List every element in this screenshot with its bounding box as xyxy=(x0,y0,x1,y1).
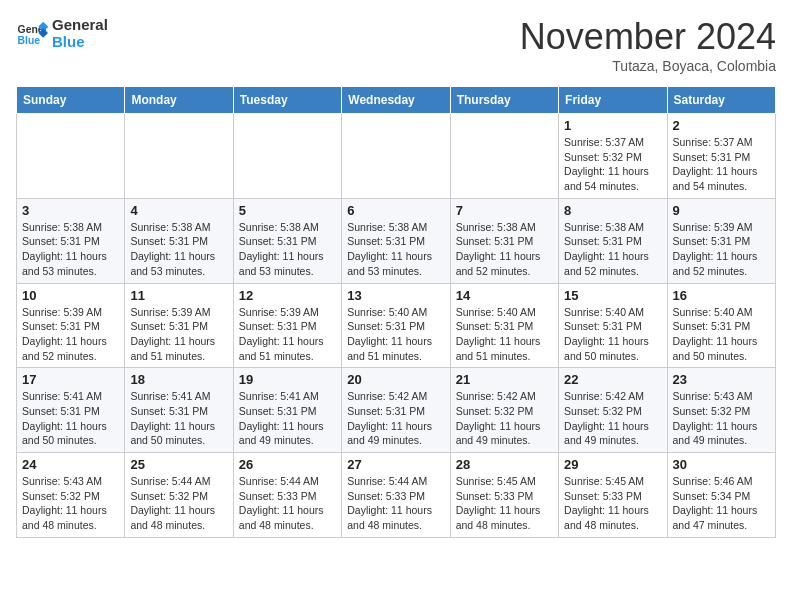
svg-text:Blue: Blue xyxy=(18,35,41,46)
day-info: Sunrise: 5:44 AMSunset: 5:33 PMDaylight:… xyxy=(347,474,444,533)
day-number: 7 xyxy=(456,203,553,218)
calendar-week-3: 10Sunrise: 5:39 AMSunset: 5:31 PMDayligh… xyxy=(17,283,776,368)
day-info: Sunrise: 5:42 AMSunset: 5:32 PMDaylight:… xyxy=(564,389,661,448)
day-info: Sunrise: 5:38 AMSunset: 5:31 PMDaylight:… xyxy=(456,220,553,279)
day-number: 4 xyxy=(130,203,227,218)
day-number: 2 xyxy=(673,118,770,133)
calendar-cell: 2Sunrise: 5:37 AMSunset: 5:31 PMDaylight… xyxy=(667,114,775,199)
calendar-cell: 30Sunrise: 5:46 AMSunset: 5:34 PMDayligh… xyxy=(667,453,775,538)
day-number: 19 xyxy=(239,372,336,387)
day-number: 26 xyxy=(239,457,336,472)
col-header-tuesday: Tuesday xyxy=(233,87,341,114)
col-header-sunday: Sunday xyxy=(17,87,125,114)
day-info: Sunrise: 5:40 AMSunset: 5:31 PMDaylight:… xyxy=(564,305,661,364)
calendar-cell: 17Sunrise: 5:41 AMSunset: 5:31 PMDayligh… xyxy=(17,368,125,453)
calendar-table: SundayMondayTuesdayWednesdayThursdayFrid… xyxy=(16,86,776,538)
calendar-cell xyxy=(17,114,125,199)
day-number: 27 xyxy=(347,457,444,472)
calendar-week-2: 3Sunrise: 5:38 AMSunset: 5:31 PMDaylight… xyxy=(17,198,776,283)
day-number: 28 xyxy=(456,457,553,472)
col-header-friday: Friday xyxy=(559,87,667,114)
calendar-cell: 16Sunrise: 5:40 AMSunset: 5:31 PMDayligh… xyxy=(667,283,775,368)
calendar-cell: 20Sunrise: 5:42 AMSunset: 5:31 PMDayligh… xyxy=(342,368,450,453)
calendar-cell: 19Sunrise: 5:41 AMSunset: 5:31 PMDayligh… xyxy=(233,368,341,453)
calendar-cell: 13Sunrise: 5:40 AMSunset: 5:31 PMDayligh… xyxy=(342,283,450,368)
calendar-cell: 12Sunrise: 5:39 AMSunset: 5:31 PMDayligh… xyxy=(233,283,341,368)
col-header-saturday: Saturday xyxy=(667,87,775,114)
calendar-cell: 1Sunrise: 5:37 AMSunset: 5:32 PMDaylight… xyxy=(559,114,667,199)
day-info: Sunrise: 5:39 AMSunset: 5:31 PMDaylight:… xyxy=(239,305,336,364)
calendar-cell: 28Sunrise: 5:45 AMSunset: 5:33 PMDayligh… xyxy=(450,453,558,538)
logo-icon: General Blue xyxy=(16,17,48,49)
calendar-cell: 15Sunrise: 5:40 AMSunset: 5:31 PMDayligh… xyxy=(559,283,667,368)
calendar-cell: 25Sunrise: 5:44 AMSunset: 5:32 PMDayligh… xyxy=(125,453,233,538)
day-info: Sunrise: 5:46 AMSunset: 5:34 PMDaylight:… xyxy=(673,474,770,533)
calendar-cell: 6Sunrise: 5:38 AMSunset: 5:31 PMDaylight… xyxy=(342,198,450,283)
day-number: 29 xyxy=(564,457,661,472)
logo-general-text: General xyxy=(52,16,108,33)
day-number: 15 xyxy=(564,288,661,303)
calendar-cell: 18Sunrise: 5:41 AMSunset: 5:31 PMDayligh… xyxy=(125,368,233,453)
calendar-cell: 29Sunrise: 5:45 AMSunset: 5:33 PMDayligh… xyxy=(559,453,667,538)
calendar-cell: 21Sunrise: 5:42 AMSunset: 5:32 PMDayligh… xyxy=(450,368,558,453)
calendar-cell: 4Sunrise: 5:38 AMSunset: 5:31 PMDaylight… xyxy=(125,198,233,283)
calendar-cell: 24Sunrise: 5:43 AMSunset: 5:32 PMDayligh… xyxy=(17,453,125,538)
calendar-cell xyxy=(450,114,558,199)
calendar-cell: 14Sunrise: 5:40 AMSunset: 5:31 PMDayligh… xyxy=(450,283,558,368)
page-header: General Blue General Blue November 2024 … xyxy=(16,16,776,74)
day-info: Sunrise: 5:40 AMSunset: 5:31 PMDaylight:… xyxy=(673,305,770,364)
location: Tutaza, Boyaca, Colombia xyxy=(520,58,776,74)
day-info: Sunrise: 5:39 AMSunset: 5:31 PMDaylight:… xyxy=(130,305,227,364)
logo: General Blue General Blue xyxy=(16,16,108,50)
day-number: 17 xyxy=(22,372,119,387)
day-info: Sunrise: 5:42 AMSunset: 5:32 PMDaylight:… xyxy=(456,389,553,448)
calendar-week-1: 1Sunrise: 5:37 AMSunset: 5:32 PMDaylight… xyxy=(17,114,776,199)
day-info: Sunrise: 5:38 AMSunset: 5:31 PMDaylight:… xyxy=(239,220,336,279)
day-info: Sunrise: 5:44 AMSunset: 5:33 PMDaylight:… xyxy=(239,474,336,533)
calendar-cell xyxy=(125,114,233,199)
calendar-cell xyxy=(342,114,450,199)
calendar-cell: 10Sunrise: 5:39 AMSunset: 5:31 PMDayligh… xyxy=(17,283,125,368)
day-number: 8 xyxy=(564,203,661,218)
day-number: 3 xyxy=(22,203,119,218)
calendar-week-4: 17Sunrise: 5:41 AMSunset: 5:31 PMDayligh… xyxy=(17,368,776,453)
day-number: 13 xyxy=(347,288,444,303)
day-number: 10 xyxy=(22,288,119,303)
calendar-cell: 23Sunrise: 5:43 AMSunset: 5:32 PMDayligh… xyxy=(667,368,775,453)
day-info: Sunrise: 5:40 AMSunset: 5:31 PMDaylight:… xyxy=(456,305,553,364)
day-number: 9 xyxy=(673,203,770,218)
day-number: 5 xyxy=(239,203,336,218)
day-info: Sunrise: 5:43 AMSunset: 5:32 PMDaylight:… xyxy=(22,474,119,533)
day-number: 18 xyxy=(130,372,227,387)
logo-blue-text: Blue xyxy=(52,33,108,50)
day-info: Sunrise: 5:39 AMSunset: 5:31 PMDaylight:… xyxy=(22,305,119,364)
calendar-cell: 5Sunrise: 5:38 AMSunset: 5:31 PMDaylight… xyxy=(233,198,341,283)
col-header-monday: Monday xyxy=(125,87,233,114)
day-info: Sunrise: 5:45 AMSunset: 5:33 PMDaylight:… xyxy=(564,474,661,533)
calendar-cell: 11Sunrise: 5:39 AMSunset: 5:31 PMDayligh… xyxy=(125,283,233,368)
day-number: 20 xyxy=(347,372,444,387)
calendar-cell: 27Sunrise: 5:44 AMSunset: 5:33 PMDayligh… xyxy=(342,453,450,538)
day-info: Sunrise: 5:38 AMSunset: 5:31 PMDaylight:… xyxy=(130,220,227,279)
day-number: 14 xyxy=(456,288,553,303)
day-info: Sunrise: 5:42 AMSunset: 5:31 PMDaylight:… xyxy=(347,389,444,448)
day-number: 6 xyxy=(347,203,444,218)
day-number: 22 xyxy=(564,372,661,387)
day-info: Sunrise: 5:43 AMSunset: 5:32 PMDaylight:… xyxy=(673,389,770,448)
day-info: Sunrise: 5:39 AMSunset: 5:31 PMDaylight:… xyxy=(673,220,770,279)
col-header-wednesday: Wednesday xyxy=(342,87,450,114)
day-number: 1 xyxy=(564,118,661,133)
day-info: Sunrise: 5:41 AMSunset: 5:31 PMDaylight:… xyxy=(130,389,227,448)
calendar-cell xyxy=(233,114,341,199)
day-info: Sunrise: 5:37 AMSunset: 5:31 PMDaylight:… xyxy=(673,135,770,194)
day-number: 21 xyxy=(456,372,553,387)
calendar-cell: 22Sunrise: 5:42 AMSunset: 5:32 PMDayligh… xyxy=(559,368,667,453)
calendar-header-row: SundayMondayTuesdayWednesdayThursdayFrid… xyxy=(17,87,776,114)
calendar-week-5: 24Sunrise: 5:43 AMSunset: 5:32 PMDayligh… xyxy=(17,453,776,538)
col-header-thursday: Thursday xyxy=(450,87,558,114)
calendar-cell: 7Sunrise: 5:38 AMSunset: 5:31 PMDaylight… xyxy=(450,198,558,283)
title-block: November 2024 Tutaza, Boyaca, Colombia xyxy=(520,16,776,74)
day-number: 16 xyxy=(673,288,770,303)
day-info: Sunrise: 5:38 AMSunset: 5:31 PMDaylight:… xyxy=(22,220,119,279)
day-info: Sunrise: 5:38 AMSunset: 5:31 PMDaylight:… xyxy=(564,220,661,279)
